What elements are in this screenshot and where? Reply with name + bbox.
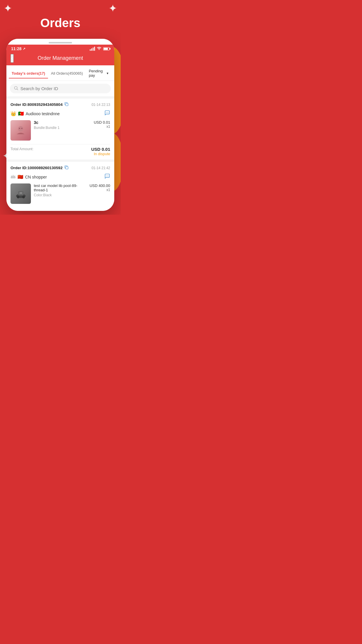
star-decoration-tr: ✦ [108, 2, 117, 15]
signal-icon [90, 47, 95, 51]
product-2-name: test car model lib pool-89-thread-1 [34, 183, 87, 192]
svg-point-5 [107, 112, 108, 113]
product-2-image [10, 183, 31, 204]
order-2-product-row: test car model lib pool-89-thread-1 Colo… [10, 183, 110, 204]
svg-point-9 [21, 128, 22, 129]
chat-icon-1[interactable] [104, 110, 110, 117]
tab-all-orders-label: All Orders(450065) [51, 71, 83, 76]
order-1-product-row: 3c Bundle:Bundle 1 USD 0.01 x1 [10, 120, 110, 141]
product-1-qty: x1 [94, 125, 110, 129]
pending-pay-dropdown[interactable]: Pending pay ▼ [86, 65, 112, 80]
order-2-product-details: test car model lib pool-89-thread-1 Colo… [34, 183, 110, 198]
svg-rect-11 [11, 178, 15, 178]
page-title: Orders [40, 16, 80, 30]
svg-point-4 [106, 112, 107, 113]
status-icons [90, 47, 110, 51]
order-2-time: 01-14 21:42 [92, 166, 110, 170]
tab-all-orders[interactable]: All Orders(450065) [48, 68, 86, 78]
product-2-variant: Color:Black [34, 193, 87, 197]
product-1-variant: Bundle:Bundle 1 [34, 126, 59, 130]
copy-icon-2[interactable] [64, 165, 68, 170]
svg-point-17 [17, 195, 19, 198]
signal-bar-3 [93, 48, 94, 51]
svg-rect-19 [19, 192, 22, 194]
battery-fill [104, 48, 108, 50]
svg-line-2 [17, 89, 18, 90]
svg-point-7 [18, 126, 24, 132]
order-1-product-details: 3c Bundle:Bundle 1 USD 0.01 x1 [34, 120, 110, 131]
order-1-total-col: USD 0.01 In dispute [91, 147, 110, 156]
product-1-image [10, 120, 31, 141]
phone-notch-bar [6, 39, 114, 45]
svg-point-0 [99, 49, 99, 50]
wifi-icon [97, 47, 101, 51]
order-2-header: Order ID:1000089260130592 01-14 21:42 [10, 165, 110, 170]
buyer-1-flag: 🇵🇹 [18, 111, 24, 116]
star-decoration-tl: ✦ [3, 2, 12, 15]
svg-point-6 [108, 112, 109, 113]
order-1-id: Order ID:8009352943405804 [10, 102, 68, 107]
svg-point-14 [108, 176, 109, 176]
product-1-name: 3c [34, 120, 59, 125]
product-1-placeholder [10, 120, 31, 141]
order-1-header: Order ID:8009352943405804 01-14 22:13 [10, 102, 110, 107]
order-1-time: 01-14 22:13 [92, 103, 110, 107]
time-display: 11:28 [11, 46, 22, 51]
order-1-total-row: Total Amount: USD 0.01 In dispute [10, 144, 110, 156]
order-2-id: Order ID:1000089260130592 [10, 165, 68, 170]
chevron-down-icon: ▼ [106, 72, 109, 75]
buyer-2-name: CN shopper [25, 175, 47, 179]
buyer-1-name: Audiooo testndnne [26, 111, 60, 116]
header-title: Order Management [38, 55, 83, 61]
svg-point-18 [22, 195, 25, 198]
order-2-buyer-row: 🇨🇳 CN shopper [10, 173, 110, 181]
order-card-2: Order ID:1000089260130592 01-14 21:42 [6, 160, 114, 211]
back-button[interactable]: ‹ [10, 54, 14, 63]
product-1-price: USD 0.01 [94, 120, 110, 125]
notch-pill [49, 42, 72, 43]
order-1-buyer-row: 👑 🇵🇹 Audiooo testndnne [10, 110, 110, 117]
tab-today-orders[interactable]: Today's orders(17) [9, 68, 48, 78]
search-input[interactable] [20, 86, 107, 91]
app-header: ‹ Order Management [6, 52, 114, 65]
pending-pay-label: Pending pay [89, 69, 105, 78]
copy-icon-1[interactable] [64, 102, 68, 107]
product-2-qty: x1 [89, 188, 110, 192]
signal-bar-2 [91, 48, 92, 51]
chat-icon-2[interactable] [104, 173, 110, 181]
background: ✦ ✦ ✦ Orders 11:28 ↗ [0, 0, 121, 215]
buyer-2-flag: 🇨🇳 [17, 174, 23, 180]
product-2-price: USD 400.00 [89, 183, 110, 188]
order-2-buyer-info: 🇨🇳 CN shopper [10, 174, 47, 180]
signal-bar-4 [94, 47, 95, 51]
status-bar: 11:28 ↗ [6, 45, 114, 52]
tab-today-orders-label: Today's orders(17) [12, 71, 45, 76]
tabs-bar: Today's orders(17) All Orders(450065) Pe… [6, 65, 114, 81]
search-container [6, 81, 114, 96]
svg-point-13 [107, 176, 108, 176]
location-icon: ↗ [23, 47, 25, 51]
order-card-1: Order ID:8009352943405804 01-14 22:13 👑 … [6, 96, 114, 160]
crown-icon-1: 👑 [10, 111, 16, 116]
phone-mockup: 11:28 ↗ [6, 39, 114, 211]
svg-point-8 [19, 128, 20, 129]
svg-rect-10 [66, 167, 68, 169]
signal-bar-1 [90, 49, 91, 51]
svg-point-12 [106, 176, 107, 176]
order-1-total-label: Total Amount: [10, 147, 34, 151]
order-1-status-badge: In dispute [91, 152, 110, 156]
status-time: 11:28 ↗ [11, 46, 25, 51]
search-icon [14, 86, 18, 91]
crown-icon-2 [10, 174, 16, 180]
order-1-buyer-info: 👑 🇵🇹 Audiooo testndnne [10, 111, 60, 116]
search-bar[interactable] [10, 84, 111, 93]
battery-icon [103, 47, 110, 50]
order-1-total-amount: USD 0.01 [91, 147, 110, 152]
svg-rect-3 [66, 103, 68, 106]
